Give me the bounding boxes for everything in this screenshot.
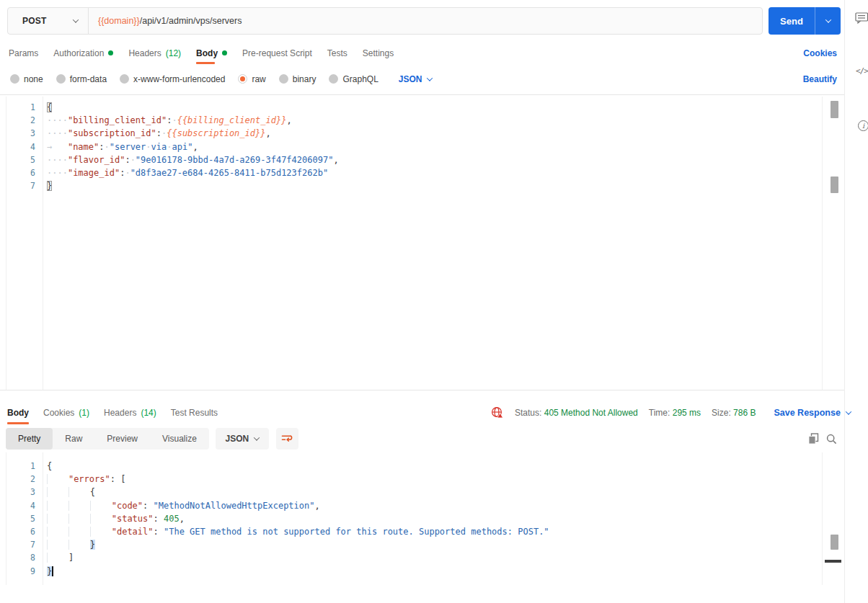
radio-label: form-data [70, 74, 107, 84]
green-dot-icon [222, 50, 227, 55]
request-tabs: ParamsAuthorizationHeaders(12)BodyPre-re… [9, 42, 837, 64]
view-preview[interactable]: Preview [94, 428, 150, 450]
tab-headers[interactable]: Headers(12) [128, 42, 181, 64]
tab-tests[interactable]: Tests [327, 42, 347, 64]
request-code-lines: 1{2····"billing_client_id":·{{billing_cl… [6, 101, 822, 192]
status-badge: Status: 405 Method Not Allowed [515, 408, 638, 418]
scrollbar-thumb[interactable] [831, 535, 838, 550]
line-number: 5 [6, 512, 35, 525]
code-line: 5 "status": 405, [6, 512, 822, 525]
body-type-raw[interactable]: raw [238, 74, 265, 84]
response-tab-test-results[interactable]: Test Results [171, 401, 218, 424]
code-snippet-icon[interactable]: </> [856, 66, 868, 76]
code-line: 3····"subscription_id":·{{subscription_i… [6, 127, 822, 140]
body-type-form-data[interactable]: form-data [56, 74, 107, 84]
body-type-none[interactable]: none [10, 74, 43, 84]
beautify-link[interactable]: Beautify [803, 69, 837, 89]
line-number: 7 [6, 538, 35, 551]
url-domain-variable: {{domain}} [98, 16, 140, 26]
body-type-binary[interactable]: binary [279, 74, 316, 84]
search-icon[interactable] [825, 433, 837, 445]
wrap-text-icon [281, 434, 293, 444]
response-tab-cookies[interactable]: Cookies(1) [43, 401, 89, 424]
response-tab-headers[interactable]: Headers(14) [104, 401, 156, 424]
tab-label: Authorization [53, 48, 104, 58]
line-number: 2 [6, 473, 35, 486]
view-visualize[interactable]: Visualize [150, 428, 209, 450]
send-button[interactable]: Send [769, 7, 815, 35]
radio-icon [120, 74, 129, 84]
tab-label: Tests [327, 48, 347, 58]
send-options-button[interactable] [815, 7, 841, 35]
tab-pre-request-script[interactable]: Pre-request Script [242, 42, 312, 64]
cookies-link[interactable]: Cookies [803, 42, 837, 64]
network-error-icon [491, 406, 504, 419]
tab-body[interactable]: Body [196, 42, 227, 64]
request-body-editor[interactable]: 1{2····"billing_client_id":·{{billing_cl… [6, 97, 823, 390]
radio-label: GraphQL [342, 74, 378, 84]
code-line: 1{ [6, 101, 822, 114]
wrap-text-button[interactable] [276, 428, 298, 450]
tab-authorization[interactable]: Authorization [53, 42, 113, 64]
line-number: 1 [6, 101, 35, 114]
code-line: 7 } [6, 538, 822, 551]
radio-label: raw [252, 74, 265, 84]
radio-label: binary [293, 74, 316, 84]
horizontal-scrollbar-thumb[interactable] [825, 560, 841, 563]
tab-label: Pre-request Script [242, 48, 312, 58]
divider [0, 94, 844, 95]
scrollbar-marker[interactable] [831, 177, 838, 193]
code-line: 2 "errors": [ [6, 473, 822, 486]
copy-icon[interactable] [807, 433, 819, 445]
tab-label: Cookies [43, 408, 74, 418]
code-line: 6 "detail": "The GET method is not suppo… [6, 525, 822, 538]
code-line: 6····"image_id":·"d8f3ae27-e684-4265-841… [6, 166, 822, 179]
chevron-down-icon [254, 434, 260, 440]
size-badge: Size: 786 B [712, 408, 756, 418]
line-number: 5 [6, 153, 35, 166]
line-number: 9 [6, 565, 35, 578]
line-number: 8 [6, 551, 35, 564]
radio-icon [56, 74, 66, 84]
line-number: 6 [6, 525, 35, 538]
request-url-group: POST {{domain}}/api/v1/admin/vps/servers [7, 7, 763, 35]
method-label: POST [22, 16, 46, 26]
response-language-select[interactable]: JSON [216, 428, 269, 450]
tab-label: Body [7, 408, 29, 418]
tab-params[interactable]: Params [9, 42, 38, 64]
response-toolbar: PrettyRawPreviewVisualize JSON [6, 428, 837, 450]
code-line: 7} [6, 179, 822, 192]
body-type-x-www-form-urlencoded[interactable]: x-www-form-urlencoded [120, 74, 225, 84]
response-actions [807, 428, 837, 450]
comment-icon[interactable] [855, 12, 868, 27]
code-line: 3 { [6, 486, 822, 499]
url-input[interactable]: {{domain}}/api/v1/admin/vps/servers [89, 8, 762, 34]
tab-label: Headers [128, 48, 161, 58]
view-pretty[interactable]: Pretty [6, 428, 53, 450]
response-body-editor[interactable]: 1{2 "errors": [3 {4 "code": "MethodNotAl… [6, 452, 823, 585]
divider [0, 390, 844, 390]
body-language-select[interactable]: JSON [399, 74, 432, 84]
tab-count: (1) [79, 408, 89, 418]
line-number: 1 [6, 460, 35, 473]
code-line: 1{ [6, 460, 822, 473]
info-icon[interactable]: i [858, 120, 868, 131]
body-type-graphql[interactable]: GraphQL [329, 74, 378, 84]
response-tab-body[interactable]: Body [7, 401, 29, 424]
text-cursor [52, 566, 53, 576]
response-code-lines: 1{2 "errors": [3 {4 "code": "MethodNotAl… [6, 460, 822, 578]
radio-label: x-www-form-urlencoded [133, 74, 225, 84]
view-raw[interactable]: Raw [53, 428, 94, 450]
save-response-button[interactable]: Save Response [774, 408, 850, 418]
line-number: 3 [6, 486, 35, 499]
tab-label: Headers [104, 408, 136, 418]
tab-count: (14) [141, 408, 156, 418]
method-select[interactable]: POST [8, 8, 89, 34]
chevron-down-icon [825, 17, 831, 22]
body-type-options: noneform-datax-www-form-urlencodedrawbin… [10, 69, 837, 89]
code-line: 4→ "name":·"server·via·api", [6, 140, 822, 153]
time-badge: Time: 295 ms [649, 408, 701, 418]
tab-settings[interactable]: Settings [363, 42, 394, 64]
scrollbar-thumb[interactable] [831, 101, 838, 118]
line-number: 4 [6, 140, 35, 153]
